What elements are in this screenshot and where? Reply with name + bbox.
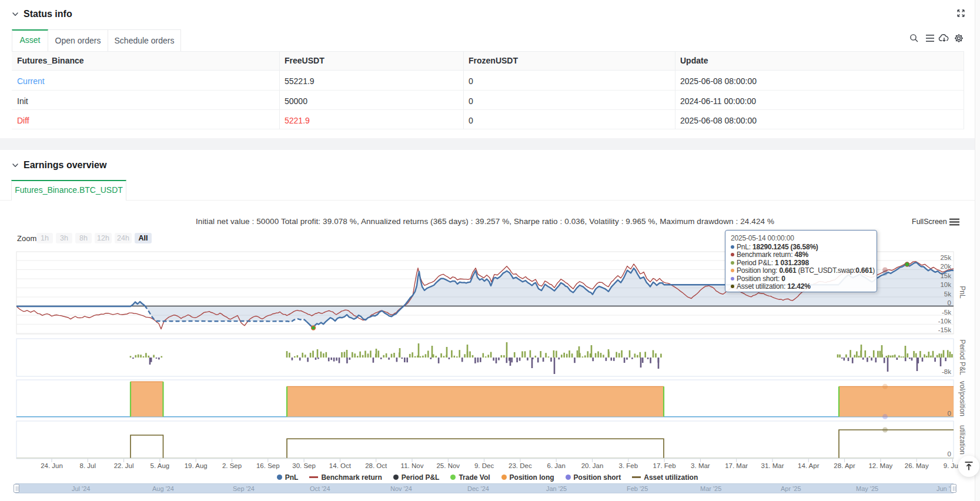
- svg-text:3. Mar: 3. Mar: [691, 462, 710, 469]
- svg-text:PnL: PnL: [958, 286, 966, 299]
- svg-text:28. Apr: 28. Apr: [834, 462, 855, 469]
- svg-text:-8k: -8k: [942, 368, 951, 375]
- svg-text:6. Jan: 6. Jan: [547, 462, 566, 469]
- svg-text:3. Feb: 3. Feb: [618, 462, 638, 469]
- svg-text:-5k: -5k: [942, 309, 951, 316]
- svg-text:14. Oct: 14. Oct: [329, 462, 352, 469]
- svg-text:8. Jul: 8. Jul: [80, 462, 96, 469]
- svg-text:23. Dec: 23. Dec: [509, 462, 532, 469]
- svg-text:14. Apr: 14. Apr: [798, 462, 820, 469]
- svg-text:22. Jul: 22. Jul: [114, 462, 134, 469]
- svg-text:-10k: -10k: [938, 318, 952, 325]
- svg-text:2. Sep: 2. Sep: [222, 462, 242, 469]
- svg-text:28. Oct: 28. Oct: [365, 462, 387, 469]
- svg-text:5. Aug: 5. Aug: [150, 462, 170, 469]
- svg-text:10k: 10k: [940, 281, 951, 288]
- svg-text:utilization: utilization: [958, 425, 966, 455]
- svg-text:24. Jun: 24. Jun: [41, 462, 63, 469]
- svg-text:5k: 5k: [944, 290, 951, 298]
- svg-text:17. Mar: 17. Mar: [725, 462, 748, 469]
- svg-text:30. Sep: 30. Sep: [292, 462, 316, 469]
- svg-text:-15k: -15k: [938, 326, 952, 333]
- svg-text:17. Feb: 17. Feb: [653, 462, 676, 469]
- svg-text:25k: 25k: [940, 254, 951, 261]
- svg-text:0: 0: [948, 299, 951, 306]
- svg-text:12. May: 12. May: [868, 462, 892, 469]
- svg-text:20. Jan: 20. Jan: [581, 462, 604, 469]
- svg-text:vol/position: vol/position: [958, 381, 966, 416]
- svg-text:26. May: 26. May: [905, 462, 929, 469]
- svg-text:0: 0: [948, 410, 951, 417]
- svg-text:20k: 20k: [940, 263, 951, 270]
- svg-text:25. Nov: 25. Nov: [436, 462, 460, 469]
- svg-text:9. Dec: 9. Dec: [474, 462, 494, 469]
- svg-text:0: 0: [948, 450, 951, 457]
- svg-text:11. Nov: 11. Nov: [401, 462, 424, 469]
- svg-text:Period P&L: Period P&L: [958, 339, 966, 375]
- svg-text:19. Aug: 19. Aug: [185, 462, 208, 469]
- svg-text:16. Sep: 16. Sep: [256, 462, 280, 469]
- svg-text:31. Mar: 31. Mar: [761, 462, 784, 469]
- svg-text:15k: 15k: [940, 272, 951, 279]
